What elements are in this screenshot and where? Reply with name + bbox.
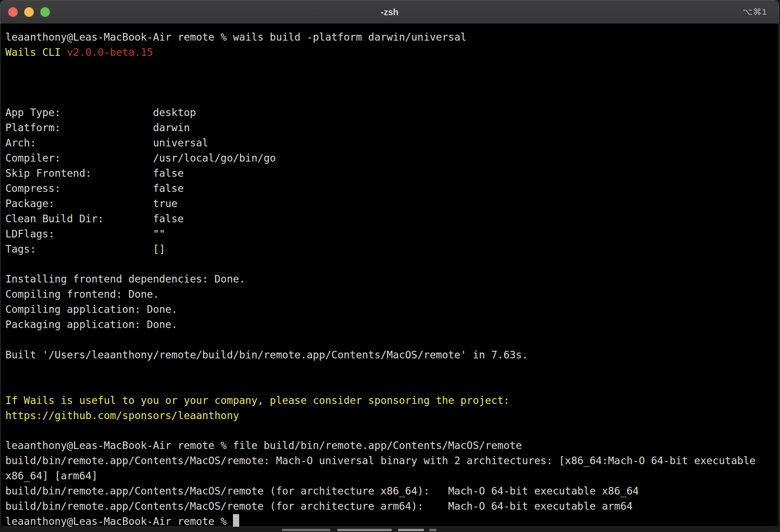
terminal-line: build/bin/remote.app/Contents/MacOS/remo…: [5, 499, 779, 514]
terminal-line: Installing frontend dependencies: Done.: [5, 272, 779, 287]
background-window-fragment: [398, 529, 424, 531]
background-window-fragment: [429, 529, 436, 531]
terminal-line: Compiler: /usr/local/go/bin/go: [5, 151, 779, 166]
terminal-line: [5, 423, 779, 438]
terminal-line: leaanthony@Leas-MacBook-Air remote % wai…: [5, 30, 779, 45]
terminal-line: leaanthony@Leas-MacBook-Air remote % fil…: [5, 438, 779, 453]
background-window-fragment: [282, 529, 330, 531]
terminal-line: Compress: false: [5, 181, 779, 196]
terminal-line: [5, 60, 779, 75]
terminal-line: [5, 378, 779, 393]
terminal-line: [5, 257, 779, 272]
terminal-line: If Wails is useful to you or your compan…: [5, 393, 779, 408]
window-title: -zsh: [0, 0, 779, 24]
terminal-line: LDFlags: "": [5, 227, 779, 242]
terminal-line: Arch: universal: [5, 136, 779, 151]
terminal-line: Skip Frontend: false: [5, 166, 779, 181]
terminal-line: [5, 75, 779, 91]
window-titlebar[interactable]: -zsh ⌥⌘1: [0, 0, 779, 24]
background-window-sliver: [0, 528, 780, 532]
terminal-line: build/bin/remote.app/Contents/MacOS/remo…: [5, 453, 779, 469]
terminal-line: [5, 91, 779, 106]
terminal-line: Wails CLI v2.0.0-beta.15: [5, 45, 779, 60]
terminal-line: Platform: darwin: [5, 121, 779, 136]
terminal-line: Compiling application: Done.: [5, 302, 779, 317]
terminal-line: x86_64] [arm64]: [5, 469, 779, 484]
terminal-line: build/bin/remote.app/Contents/MacOS/remo…: [5, 484, 779, 499]
terminal-screen[interactable]: leaanthony@Leas-MacBook-Air remote % wai…: [0, 24, 779, 527]
window-shortcut-hint: ⌥⌘1: [743, 0, 767, 24]
background-window-fragment: [337, 529, 392, 531]
terminal-line: Package: true: [5, 196, 779, 212]
terminal-line: [5, 363, 779, 378]
terminal-line: leaanthony@Leas-MacBook-Air remote %: [5, 514, 779, 527]
terminal-line: https://github.com/sponsors/leaanthony: [5, 408, 779, 424]
terminal-line: [5, 332, 779, 348]
terminal-line: Compiling frontend: Done.: [5, 287, 779, 302]
terminal-cursor: [233, 514, 239, 527]
terminal-line: Clean Build Dir: false: [5, 212, 779, 227]
terminal-window: -zsh ⌥⌘1 leaanthony@Leas-MacBook-Air rem…: [0, 0, 779, 527]
terminal-line: Packaging application: Done.: [5, 317, 779, 332]
terminal-line: Built '/Users/leaanthony/remote/build/bi…: [5, 348, 779, 363]
terminal-line: Tags: []: [5, 242, 779, 257]
terminal-line: App Type: desktop: [5, 105, 779, 121]
